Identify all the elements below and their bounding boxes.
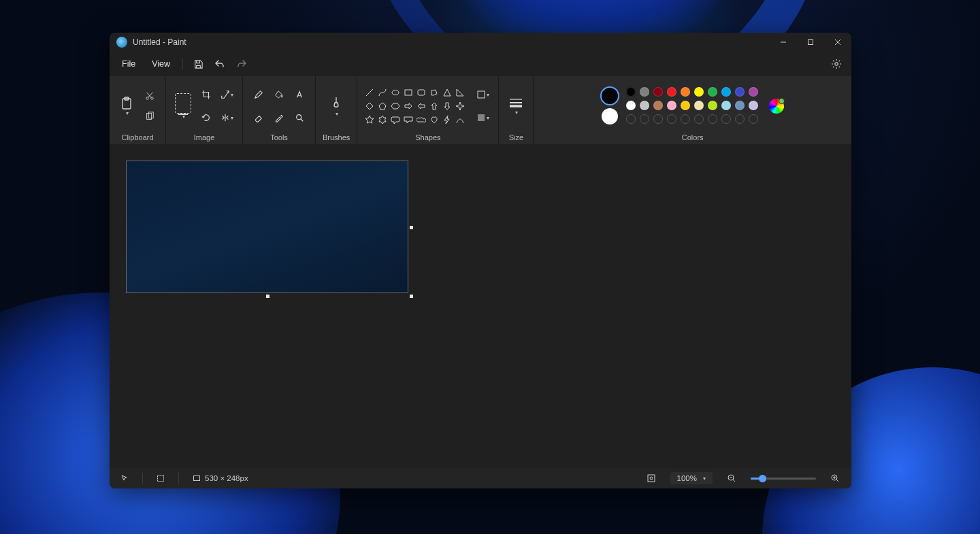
color-swatch[interactable] xyxy=(681,87,690,97)
fill-tool[interactable] xyxy=(270,86,288,103)
color-swatch[interactable] xyxy=(735,101,745,110)
color-swatch[interactable] xyxy=(640,101,649,110)
undo-icon[interactable] xyxy=(210,54,229,73)
shape-cloud[interactable] xyxy=(416,114,427,125)
shape-4star[interactable] xyxy=(455,101,466,112)
shape-callout-rect[interactable] xyxy=(403,114,414,125)
shape-pentagon[interactable] xyxy=(377,101,388,112)
shape-callout-round[interactable] xyxy=(390,114,401,125)
group-size: ▾ Size xyxy=(499,76,534,144)
color-swatch[interactable] xyxy=(626,87,636,97)
shape-roundrect[interactable] xyxy=(416,87,427,98)
color-swatch[interactable] xyxy=(735,114,745,124)
shapes-gallery[interactable] xyxy=(364,87,466,125)
color2-swatch[interactable] xyxy=(602,108,618,124)
canvas-size-value: 530 × 248px xyxy=(205,474,248,482)
resize-handle-se[interactable] xyxy=(410,295,413,298)
color-swatch[interactable] xyxy=(694,87,704,97)
svg-rect-0 xyxy=(808,40,813,45)
color-swatch[interactable] xyxy=(708,101,717,110)
copy-button[interactable] xyxy=(141,107,159,125)
resize-handle-e[interactable] xyxy=(410,226,413,229)
color-swatch[interactable] xyxy=(708,114,717,124)
brushes-button[interactable]: ▾ xyxy=(326,93,346,120)
magnifier-tool[interactable] xyxy=(291,109,308,127)
color-swatch[interactable] xyxy=(749,114,758,124)
workspace[interactable] xyxy=(110,144,851,468)
color-swatch[interactable] xyxy=(694,114,704,124)
zoom-out-button[interactable] xyxy=(722,469,741,488)
resize-handle-s[interactable] xyxy=(266,295,270,298)
color-swatch[interactable] xyxy=(640,114,649,124)
shape-polygon[interactable] xyxy=(429,87,440,98)
minimize-button[interactable] xyxy=(770,33,797,52)
shape-arrow-down[interactable] xyxy=(442,101,453,112)
shape-right-triangle[interactable] xyxy=(455,87,466,98)
color-swatch[interactable] xyxy=(626,114,636,124)
color-swatch[interactable] xyxy=(735,87,745,97)
shape-lightning[interactable] xyxy=(442,114,453,125)
color1-swatch[interactable] xyxy=(602,88,618,104)
color-swatch[interactable] xyxy=(667,87,676,97)
canvas[interactable] xyxy=(126,161,408,293)
menu-file[interactable]: File xyxy=(115,56,142,71)
color-swatch[interactable] xyxy=(749,101,758,110)
color-swatch[interactable] xyxy=(721,87,731,97)
shape-triangle[interactable] xyxy=(442,87,453,98)
eraser-tool[interactable] xyxy=(250,109,267,127)
shape-heart[interactable] xyxy=(429,114,440,125)
shape-5star[interactable] xyxy=(364,114,375,125)
pencil-tool[interactable] xyxy=(250,86,267,103)
shape-arrow-left[interactable] xyxy=(416,101,427,112)
crop-button[interactable] xyxy=(197,86,215,103)
shape-rect[interactable] xyxy=(403,87,414,98)
color-swatch[interactable] xyxy=(721,101,731,110)
color-swatch[interactable] xyxy=(653,87,663,97)
color-swatch[interactable] xyxy=(640,87,649,97)
titlebar[interactable]: Untitled - Paint xyxy=(110,33,851,52)
flip-button[interactable]: ▾ xyxy=(218,109,235,127)
menu-view[interactable]: View xyxy=(145,56,177,71)
select-button[interactable]: ▾ xyxy=(173,93,193,120)
shape-curve[interactable] xyxy=(377,87,388,98)
shape-more[interactable] xyxy=(455,114,466,125)
shape-outline-button[interactable]: ▾ xyxy=(474,86,491,103)
shape-fill-button[interactable]: ▾ xyxy=(474,109,491,127)
shape-line[interactable] xyxy=(364,87,375,98)
zoom-slider[interactable] xyxy=(751,478,816,480)
text-tool[interactable] xyxy=(291,86,308,103)
shape-6star[interactable] xyxy=(377,114,388,125)
color-swatch[interactable] xyxy=(694,101,704,110)
shape-arrow-right[interactable] xyxy=(403,101,414,112)
fit-to-window-button[interactable] xyxy=(642,469,661,488)
rotate-button[interactable] xyxy=(197,109,215,127)
resize-button[interactable]: ▾ xyxy=(218,86,235,103)
color-swatch[interactable] xyxy=(749,87,758,97)
color-swatch[interactable] xyxy=(667,101,676,110)
zoom-level[interactable]: 100% ▾ xyxy=(670,472,713,484)
color-swatch[interactable] xyxy=(667,114,676,124)
save-icon[interactable] xyxy=(189,54,208,73)
color-swatch[interactable] xyxy=(721,114,731,124)
zoom-slider-knob[interactable] xyxy=(759,475,766,482)
shape-arrow-up[interactable] xyxy=(429,101,440,112)
color-swatch[interactable] xyxy=(626,101,636,110)
cut-button[interactable] xyxy=(141,87,159,105)
shape-oval[interactable] xyxy=(390,87,401,98)
close-button[interactable] xyxy=(824,33,851,52)
shape-hexagon[interactable] xyxy=(390,101,401,112)
redo-icon[interactable] xyxy=(232,54,251,73)
color-swatch[interactable] xyxy=(708,87,717,97)
maximize-button[interactable] xyxy=(797,33,824,52)
shape-diamond[interactable] xyxy=(364,101,375,112)
color-swatch[interactable] xyxy=(681,114,690,124)
paste-button[interactable]: ▾ xyxy=(116,93,137,120)
color-swatch[interactable] xyxy=(681,101,690,110)
color-swatch[interactable] xyxy=(653,101,663,110)
settings-icon[interactable] xyxy=(827,54,846,73)
color-swatch[interactable] xyxy=(653,114,663,124)
zoom-in-button[interactable] xyxy=(826,469,845,488)
edit-colors-button[interactable] xyxy=(769,99,784,114)
size-button[interactable]: ▾ xyxy=(506,93,526,120)
color-picker-tool[interactable] xyxy=(270,109,288,127)
